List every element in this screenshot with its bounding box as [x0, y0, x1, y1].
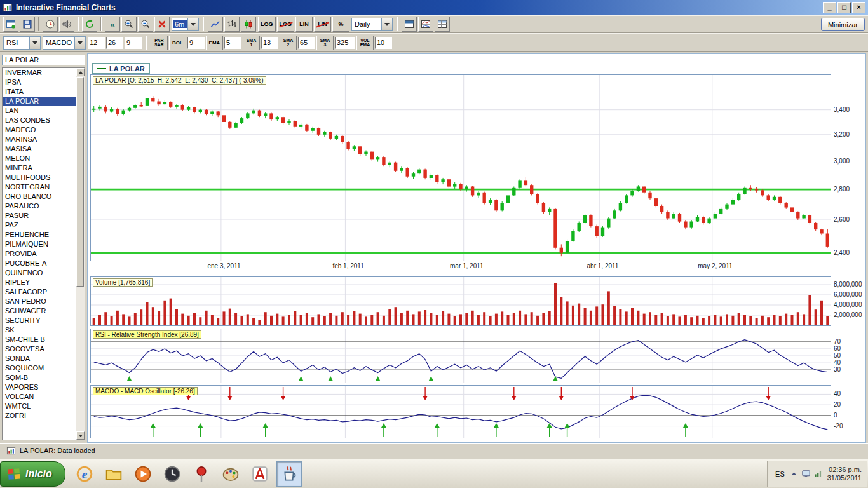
sidebar-item-marinsa[interactable]: MARINSA: [3, 135, 85, 144]
java-app-shortcut[interactable]: [276, 461, 302, 487]
sidebar-item-san-pedro[interactable]: SAN PEDRO: [3, 297, 85, 306]
sidebar-item-madeco[interactable]: MADECO: [3, 125, 85, 135]
sidebar-item-sm-chile-b[interactable]: SM-CHILE B: [3, 335, 85, 344]
network-icon[interactable]: [813, 469, 823, 478]
indicator1-select[interactable]: RSI: [3, 36, 41, 50]
close-window-button[interactable]: ×: [852, 2, 865, 13]
sidebar-item-melon[interactable]: MELON: [3, 154, 85, 163]
sidebar-item-pehuenche[interactable]: PEHUENCHE: [3, 230, 85, 240]
zoom-in-button[interactable]: [121, 17, 137, 32]
ema-value-input[interactable]: [224, 37, 241, 49]
log-scale-button[interactable]: LOG: [258, 17, 276, 32]
sidebar-item-multifoods[interactable]: MULTIFOODS: [3, 173, 85, 182]
linear-scale-button[interactable]: LIN: [295, 17, 313, 32]
macd-panel[interactable]: MACDO - MACD Oscillator [-26.26]: [90, 385, 831, 438]
recorder-shortcut[interactable]: [159, 461, 185, 487]
scroll-up-arrow-icon[interactable]: [76, 68, 85, 76]
sidebar-item-wmtcl[interactable]: WMTCL: [3, 402, 85, 411]
bollinger-value-input[interactable]: [187, 37, 205, 49]
sma1-value-input[interactable]: [261, 37, 278, 49]
start-button[interactable]: Inicio: [0, 461, 65, 487]
chevron-down-icon[interactable]: [381, 18, 392, 30]
sidebar-item-schwager[interactable]: SCHWAGER: [3, 306, 85, 316]
minimizar-button[interactable]: Minimizar: [821, 18, 865, 31]
sidebar-item-sonda[interactable]: SONDA: [3, 354, 85, 363]
percent-scale-button[interactable]: %: [332, 17, 349, 32]
interval-select[interactable]: Daily: [351, 18, 393, 31]
internet-explorer-shortcut[interactable]: e: [72, 461, 97, 487]
sidebar-item-pucobre-a[interactable]: PUCOBRE-A: [3, 259, 85, 268]
sidebar-item-zofri[interactable]: ZOFRI: [3, 411, 85, 421]
history-button[interactable]: [43, 17, 58, 32]
sidebar-item-sk[interactable]: SK: [3, 325, 85, 335]
candlestick-chart-button[interactable]: [241, 17, 256, 32]
sidebar-item-oro-blanco[interactable]: ORO BLANCO: [3, 192, 85, 201]
sidebar-item-ripley[interactable]: RIPLEY: [3, 278, 85, 287]
parsar-button[interactable]: PAR SAR: [151, 36, 168, 50]
sma3-value-input[interactable]: [335, 37, 355, 49]
sidebar-item-security[interactable]: SECURITY: [3, 316, 85, 325]
clear-button[interactable]: [154, 17, 170, 32]
maximize-window-button[interactable]: □: [837, 2, 851, 13]
media-player-shortcut[interactable]: [130, 461, 156, 487]
sidebar-item-nortegran[interactable]: NORTEGRAN: [3, 182, 85, 192]
sidebar-item-vapores[interactable]: VAPORES: [3, 383, 85, 392]
bollinger-button[interactable]: BOL: [169, 36, 186, 50]
indicator-layout-button[interactable]: [418, 17, 433, 32]
sidebar-item-lan[interactable]: LAN: [3, 106, 85, 116]
sidebar-item-sqm-b[interactable]: SQM-B: [3, 373, 85, 383]
chevron-down-icon[interactable]: [74, 37, 85, 49]
volema-value-input[interactable]: [375, 37, 392, 49]
period-select[interactable]: 6m: [172, 18, 199, 31]
scrollbar-thumb[interactable]: [76, 77, 84, 287]
alerts-button[interactable]: [59, 17, 74, 32]
indicator-param-input-2[interactable]: [106, 37, 123, 49]
sidebar-item-invermar[interactable]: INVERMAR: [3, 68, 85, 78]
indicator-param-input-3[interactable]: [125, 37, 142, 49]
sidebar-item-la-polar[interactable]: LA POLAR: [3, 97, 85, 106]
price-panel[interactable]: LA POLAR [O: 2,515 H: 2,542 L: 2,430 C: …: [90, 74, 831, 261]
sidebar-item-masisa[interactable]: MASISA: [3, 144, 85, 154]
sidebar-item-soquicom[interactable]: SOQUICOM: [3, 363, 85, 373]
save-button[interactable]: [20, 17, 35, 32]
sidebar-item-volcan[interactable]: VOLCAN: [3, 392, 85, 402]
language-indicator[interactable]: ES: [775, 470, 785, 478]
titlebar[interactable]: Interactive Financial Charts _ □ ×: [0, 0, 868, 15]
sma3-button[interactable]: SMA 3: [316, 36, 334, 50]
back-button[interactable]: «: [105, 17, 120, 32]
line-chart-button[interactable]: [208, 17, 223, 32]
ema-button[interactable]: EMA: [206, 36, 223, 50]
panel-layout-button[interactable]: [402, 17, 417, 32]
display-icon[interactable]: [801, 469, 811, 478]
sidebar-item-socovesa[interactable]: SOCOVESA: [3, 344, 85, 354]
sidebar-scrollbar[interactable]: [76, 68, 85, 440]
indicator-param-input-1[interactable]: [88, 37, 105, 49]
volume-panel[interactable]: Volume [1,765,816]: [90, 276, 831, 326]
minimize-window-button[interactable]: _: [823, 2, 836, 13]
scroll-down-arrow-icon[interactable]: [76, 431, 85, 440]
data-table-button[interactable]: [435, 17, 450, 32]
sidebar-item-ipsa[interactable]: IPSA: [3, 78, 85, 87]
pushpin-tool-shortcut[interactable]: [189, 461, 214, 487]
paint-shortcut[interactable]: [218, 461, 243, 487]
sma2-button[interactable]: SMA 2: [280, 36, 297, 50]
sidebar-item-salfacorp[interactable]: SALFACORP: [3, 287, 85, 297]
refresh-button[interactable]: [82, 17, 97, 32]
log-scale-off-button[interactable]: LOG: [277, 17, 295, 32]
hidden-icons-icon[interactable]: [789, 469, 799, 478]
rsi-panel[interactable]: RSI - Relative Strength Index [26.89]: [90, 329, 831, 383]
chevron-down-icon[interactable]: [29, 37, 40, 49]
sma1-button[interactable]: SMA 1: [243, 36, 260, 50]
file-explorer-shortcut[interactable]: [101, 461, 126, 487]
sidebar-item-parauco[interactable]: PARAUCO: [3, 201, 85, 211]
sidebar-item-itata[interactable]: ITATA: [3, 87, 85, 97]
new-window-button[interactable]: [3, 17, 18, 32]
sma2-value-input[interactable]: [298, 37, 315, 49]
indicator2-select[interactable]: MACDO: [43, 36, 86, 50]
linear-scale-off-button[interactable]: LIN: [314, 17, 331, 32]
selected-symbol-field[interactable]: LA POLAR: [2, 55, 85, 65]
sidebar-item-quinenco[interactable]: QUINENCO: [3, 268, 85, 278]
volema-button[interactable]: VOL EMA: [356, 36, 374, 50]
sidebar-item-pasur[interactable]: PASUR: [3, 211, 85, 220]
zoom-out-button[interactable]: [138, 17, 153, 32]
